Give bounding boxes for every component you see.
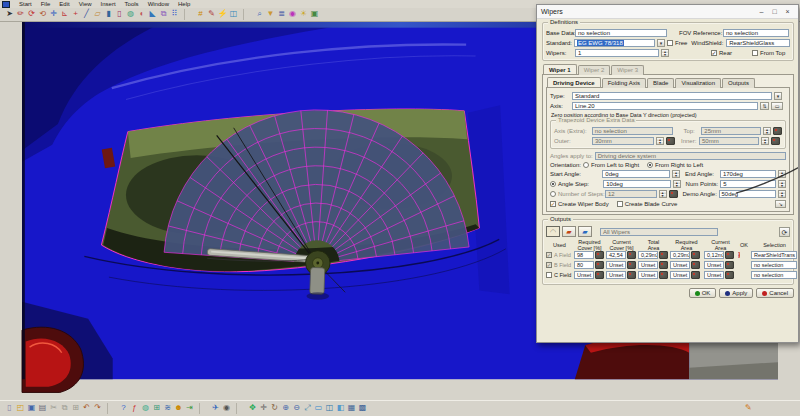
- required-area-measure-button[interactable]: [691, 261, 700, 269]
- from-top-checkbox[interactable]: [752, 50, 758, 56]
- chat-icon[interactable]: ◍: [140, 403, 151, 414]
- new-icon[interactable]: ▯: [4, 403, 15, 414]
- chamfer-icon[interactable]: ◣: [147, 9, 158, 20]
- menu-start[interactable]: Start: [19, 0, 32, 8]
- point-icon[interactable]: +: [70, 9, 81, 20]
- tab-wiper-1[interactable]: Wiper 1: [543, 64, 577, 74]
- person-icon[interactable]: ☻: [173, 403, 184, 414]
- wipers-count-field[interactable]: 1: [575, 49, 659, 57]
- current-area-measure-button[interactable]: [725, 271, 734, 279]
- current-cover-measure-button[interactable]: [627, 261, 636, 269]
- menu-help[interactable]: Help: [178, 0, 190, 8]
- number-of-steps-radio[interactable]: [550, 191, 556, 197]
- help-icon[interactable]: ?: [118, 403, 129, 414]
- save-icon[interactable]: ▣: [26, 403, 37, 414]
- layers-icon[interactable]: ≣: [276, 9, 287, 20]
- wireframe-icon[interactable]: ▩: [357, 403, 368, 414]
- section-icon[interactable]: ◫: [228, 9, 239, 20]
- current-area-field[interactable]: Unset: [704, 271, 724, 279]
- free-checkbox[interactable]: [667, 40, 673, 46]
- zone-current-button[interactable]: ▰: [578, 226, 592, 237]
- close-button[interactable]: ×: [781, 8, 794, 15]
- zone-outline-button[interactable]: ◠: [546, 226, 560, 237]
- menu-edit[interactable]: Edit: [59, 0, 69, 8]
- copy-icon[interactable]: ⧉: [59, 403, 70, 414]
- annotation-icon[interactable]: ✎: [206, 9, 217, 20]
- render-icon[interactable]: ▣: [309, 9, 320, 20]
- total-area-field[interactable]: Unset: [638, 271, 658, 279]
- fov-reference-field[interactable]: no selection: [723, 29, 789, 37]
- filter-icon[interactable]: ▼: [265, 9, 276, 20]
- tab-blade[interactable]: Blade: [647, 78, 674, 88]
- axis-field[interactable]: Line.20: [572, 102, 758, 110]
- tab-visualization[interactable]: Visualization: [675, 78, 721, 88]
- local-update-icon[interactable]: ⟲: [37, 9, 48, 20]
- total-area-measure-button[interactable]: [659, 271, 668, 279]
- move-icon[interactable]: ✛: [258, 403, 269, 414]
- open-icon[interactable]: ◰: [15, 403, 26, 414]
- fit-all-icon[interactable]: ⤢: [302, 403, 313, 414]
- measure-icon[interactable]: #: [195, 9, 206, 20]
- more-options-button[interactable]: ↘: [775, 200, 786, 208]
- apply-button[interactable]: Apply: [719, 288, 753, 298]
- shaded-icon[interactable]: ▦: [346, 403, 357, 414]
- required-area-field[interactable]: Unset: [670, 271, 690, 279]
- cancel-button[interactable]: Cancel: [756, 288, 794, 298]
- visibility-icon[interactable]: ◉: [287, 9, 298, 20]
- maximize-button[interactable]: □: [768, 8, 781, 15]
- print-icon[interactable]: ▤: [37, 403, 48, 414]
- axis-swap-button[interactable]: ⇅: [760, 102, 769, 110]
- tab-wiper-3[interactable]: Wiper 3: [611, 65, 644, 75]
- menu-window[interactable]: Window: [148, 0, 169, 8]
- export-icon[interactable]: ⇥: [184, 403, 195, 414]
- redo-icon[interactable]: ↷: [92, 403, 103, 414]
- standard-dropdown[interactable]: EG EWG 78/318: [574, 39, 655, 47]
- angle-step-radio[interactable]: [550, 181, 556, 187]
- current-area-field[interactable]: Unset: [704, 261, 724, 269]
- current-area-measure-button[interactable]: [725, 251, 734, 259]
- fillet-icon[interactable]: ◖: [136, 9, 147, 20]
- zoom-out-icon[interactable]: ⊖: [291, 403, 302, 414]
- create-wiper-body-checkbox[interactable]: [550, 201, 556, 207]
- total-area-field[interactable]: 0,29m2: [638, 251, 658, 259]
- current-cover-field[interactable]: Unset: [606, 271, 626, 279]
- menu-file[interactable]: File: [41, 0, 51, 8]
- undo-icon[interactable]: ↶: [81, 403, 92, 414]
- required-cover-field[interactable]: Unset: [574, 271, 594, 279]
- plane-icon[interactable]: ▱: [92, 9, 103, 20]
- paste-icon[interactable]: ⊞: [70, 403, 81, 414]
- iso-view-icon[interactable]: ◧: [335, 403, 346, 414]
- update-icon[interactable]: ⟳: [26, 9, 37, 20]
- required-cover-measure-button[interactable]: [595, 261, 604, 269]
- total-area-measure-button[interactable]: [659, 251, 668, 259]
- current-cover-field[interactable]: Unset: [606, 261, 626, 269]
- rear-checkbox[interactable]: [711, 50, 717, 56]
- dialog-titlebar[interactable]: Wipers – □ ×: [537, 5, 798, 19]
- end-angle-spinner[interactable]: ▴▾: [778, 170, 786, 178]
- zone-required-button[interactable]: ▰: [562, 226, 576, 237]
- fly-mode-icon[interactable]: ✈: [210, 403, 221, 414]
- normal-view-icon[interactable]: ▭: [313, 403, 324, 414]
- demo-angle-field[interactable]: 50deg: [719, 190, 777, 198]
- start-angle-field[interactable]: 0deg: [602, 170, 670, 178]
- angle-step-spinner[interactable]: ▴▾: [673, 180, 681, 188]
- search-icon[interactable]: ⌕: [254, 9, 265, 20]
- pocket-icon[interactable]: ▯: [114, 9, 125, 20]
- lights-icon[interactable]: ☀: [298, 9, 309, 20]
- shell-icon[interactable]: ◍: [125, 9, 136, 20]
- tab-outputs[interactable]: Outputs: [722, 78, 755, 88]
- angle-step-field[interactable]: 10deg: [603, 180, 671, 188]
- required-cover-measure-button[interactable]: [595, 271, 604, 279]
- cut-icon[interactable]: ✂: [48, 403, 59, 414]
- required-area-field[interactable]: 0,29m2: [670, 251, 690, 259]
- tab-wiper-2[interactable]: Wiper 2: [578, 65, 611, 75]
- current-cover-field[interactable]: 42,54: [606, 251, 626, 259]
- menu-insert[interactable]: Insert: [101, 0, 116, 8]
- selection-field[interactable]: no selection: [751, 271, 797, 279]
- ok-button[interactable]: OK: [689, 288, 717, 298]
- required-cover-field[interactable]: 98: [574, 251, 594, 259]
- end-angle-field[interactable]: 170deg: [720, 170, 776, 178]
- num-points-field[interactable]: 5: [720, 180, 776, 188]
- wipers-count-spinner[interactable]: ▴▾: [661, 49, 669, 57]
- total-area-measure-button[interactable]: [659, 261, 668, 269]
